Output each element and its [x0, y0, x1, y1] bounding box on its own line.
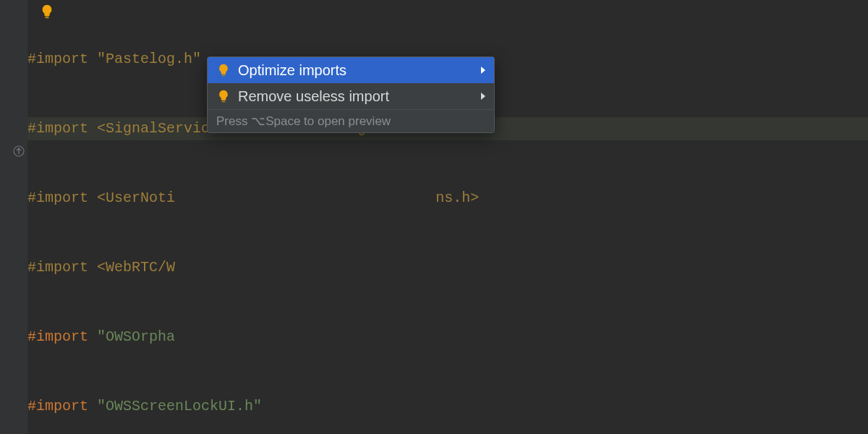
override-marker-icon[interactable] — [13, 142, 25, 153]
submenu-arrow-icon — [481, 93, 485, 100]
lightbulb-icon — [216, 89, 231, 103]
popup-item-label: Remove useless import — [238, 89, 474, 103]
popup-item-label: Optimize imports — [238, 63, 474, 77]
popup-hint: Press ⌥Space to open preview — [208, 109, 494, 132]
submenu-arrow-icon — [481, 67, 485, 74]
popup-item-optimize-imports[interactable]: Optimize imports — [208, 57, 494, 83]
code-line: #import <UserNoti fications/UserNotifica… — [27, 187, 868, 210]
svg-rect-2 — [222, 75, 226, 77]
code-line: #import "OWSScreenLockUI.h" — [27, 395, 868, 418]
editor-gutter — [0, 0, 27, 434]
intention-actions-popup[interactable]: Optimize imports Remove useless import P… — [207, 56, 495, 133]
code-line: #import <WebRTC/W — [27, 256, 868, 279]
svg-rect-3 — [222, 101, 226, 103]
popup-item-remove-useless-import[interactable]: Remove useless import — [208, 83, 494, 109]
code-line: #import "OWSOrpha — [27, 326, 868, 349]
lightbulb-icon — [216, 63, 231, 77]
